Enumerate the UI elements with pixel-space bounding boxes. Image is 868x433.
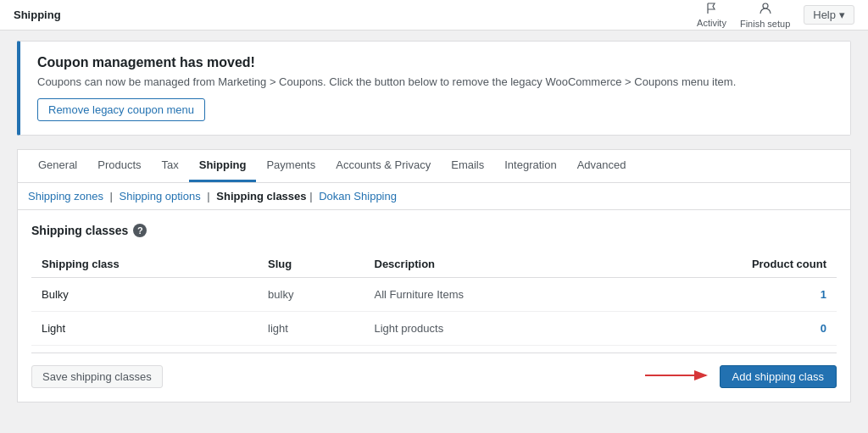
col-header-count: Product count <box>617 251 837 278</box>
table-header-row: Shipping class Slug Description Product … <box>31 251 837 278</box>
activity-button[interactable]: Activity <box>697 3 726 28</box>
col-header-description: Description <box>364 251 618 278</box>
subnav-classes-current: Shipping classes <box>216 190 306 203</box>
finish-setup-button[interactable]: Finish setup <box>740 2 790 29</box>
subnav-dokan[interactable]: Dokan Shipping <box>319 190 397 203</box>
panel-footer: Save shipping classes Add shipping class <box>31 353 837 388</box>
separator-1: | <box>110 190 113 203</box>
tabs-container: General Products Tax Shipping Payments A… <box>17 149 851 182</box>
row-slug: bulky <box>258 278 364 312</box>
top-bar-actions: Activity Finish setup Help ▾ <box>697 2 854 29</box>
subnav-options[interactable]: Shipping options <box>120 190 201 203</box>
shipping-table: Shipping class Slug Description Product … <box>31 251 837 346</box>
tab-advanced[interactable]: Advanced <box>567 150 637 182</box>
tab-shipping[interactable]: Shipping <box>189 150 257 182</box>
tab-general[interactable]: General <box>28 150 87 182</box>
help-label: Help <box>813 8 836 21</box>
tab-integration[interactable]: Integration <box>494 150 566 182</box>
remove-legacy-coupon-button[interactable]: Remove legacy coupon menu <box>37 98 205 121</box>
help-button[interactable]: Help ▾ <box>804 5 854 25</box>
separator-3: | <box>309 190 312 203</box>
row-description: Light products <box>364 312 618 346</box>
notice-title: Coupon management has moved! <box>37 55 833 70</box>
section-title: Shipping classes ? <box>31 224 837 237</box>
table-row: Bulky bulky All Furniture Items 1 <box>31 278 837 312</box>
col-header-slug: Slug <box>258 251 364 278</box>
flag-icon <box>706 3 718 16</box>
row-name: Light <box>31 312 258 346</box>
content-panel: Shipping classes ? Shipping class Slug D… <box>17 209 851 402</box>
main-content: Coupon management has moved! Coupons can… <box>0 31 868 413</box>
help-icon[interactable]: ? <box>133 224 147 237</box>
row-count[interactable]: 0 <box>617 312 837 346</box>
col-header-class: Shipping class <box>31 251 258 278</box>
tab-products[interactable]: Products <box>87 150 151 182</box>
activity-label: Activity <box>697 18 726 28</box>
separator-2: | <box>207 190 209 203</box>
tab-emails[interactable]: Emails <box>441 150 494 182</box>
row-description: All Furniture Items <box>364 278 618 312</box>
notice-box: Coupon management has moved! Coupons can… <box>17 41 851 136</box>
add-shipping-class-button[interactable]: Add shipping class <box>720 365 837 388</box>
chevron-down-icon: ▾ <box>839 8 845 21</box>
row-name: Bulky <box>31 278 258 312</box>
arrow-container: Add shipping class <box>645 365 837 388</box>
page-title: Shipping <box>14 8 61 21</box>
section-title-text: Shipping classes <box>31 224 128 237</box>
finish-setup-label: Finish setup <box>740 19 790 29</box>
row-slug: light <box>258 312 364 346</box>
subnav-zones[interactable]: Shipping zones <box>28 190 103 203</box>
save-shipping-classes-button[interactable]: Save shipping classes <box>31 365 163 388</box>
tab-tax[interactable]: Tax <box>152 150 189 182</box>
svg-point-0 <box>763 3 768 8</box>
row-count[interactable]: 1 <box>617 278 837 312</box>
person-icon <box>759 2 772 17</box>
top-bar: Shipping Activity Finish setup Help ▾ <box>0 0 868 31</box>
sub-nav: Shipping zones | Shipping options | Ship… <box>17 182 851 209</box>
tab-accounts-privacy[interactable]: Accounts & Privacy <box>326 150 441 182</box>
tab-payments[interactable]: Payments <box>256 150 326 182</box>
arrow-icon <box>645 368 713 386</box>
notice-text: Coupons can now be managed from Marketin… <box>37 75 833 88</box>
table-row: Light light Light products 0 <box>31 312 837 346</box>
